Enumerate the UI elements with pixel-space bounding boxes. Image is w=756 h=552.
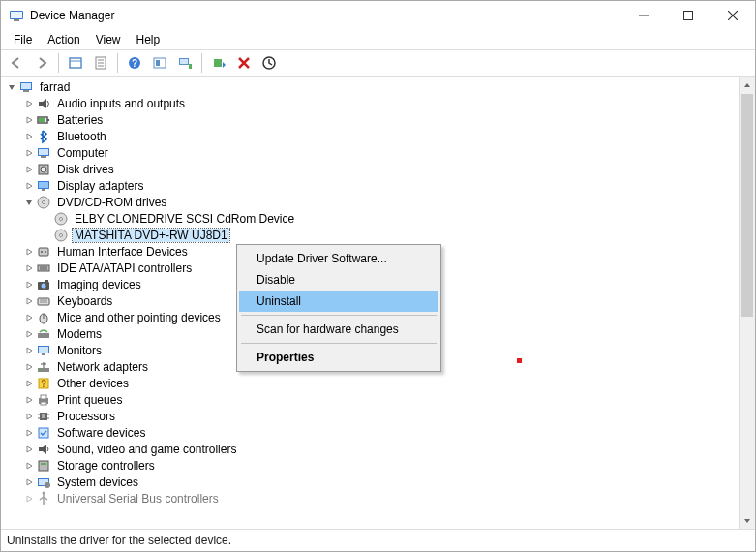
twisty-collapsed[interactable] [22,327,36,341]
tree-category[interactable]: Bluetooth [1,128,739,144]
hid-icon [36,244,51,260]
toolbar: ? [1,49,755,77]
twisty-collapsed[interactable] [22,393,36,407]
twisty-collapsed[interactable] [22,294,36,308]
software-icon [36,425,51,441]
menu-action[interactable]: Action [41,31,86,48]
scan-hardware-button[interactable] [257,51,281,75]
twisty-collapsed[interactable] [22,130,36,143]
minimize-button[interactable] [621,1,666,30]
svg-point-82 [45,482,50,488]
twisty-collapsed[interactable] [22,261,36,275]
twisty-collapsed[interactable] [22,278,36,291]
ctx-disable[interactable]: Disable [239,269,438,291]
twisty-collapsed[interactable] [22,443,36,456]
twisty-collapsed[interactable] [22,179,36,193]
ctx-scan[interactable]: Scan for hardware changes [239,319,438,340]
svg-rect-33 [41,156,46,158]
ctx-uninstall[interactable]: Uninstall [239,291,438,312]
twisty-collapsed[interactable] [22,245,36,259]
devices-computer-button[interactable] [173,51,197,75]
twisty-collapsed[interactable] [22,344,36,357]
tree-device[interactable]: ELBY CLONEDRIVE SCSI CdRom Device [1,210,739,227]
twisty-collapsed[interactable] [22,377,36,390]
twisty-expanded[interactable] [5,80,18,94]
tree-category-label: Keyboards [55,294,114,308]
twisty-collapsed[interactable] [22,360,36,374]
update-driver-button[interactable] [207,51,230,75]
tree-category[interactable]: Sound, video and game controllers [1,441,739,457]
menu-file[interactable]: File [7,31,39,48]
network-icon [36,359,51,375]
toolbar-separator [58,53,59,73]
tree-device-label: MATSHITA DVD+-RW UJ8D1 [73,229,229,242]
scroll-up-button[interactable] [740,77,755,93]
svg-rect-53 [45,280,48,282]
svg-point-64 [40,369,42,371]
dvd-icon [53,211,69,227]
svg-rect-29 [47,119,49,121]
menu-help[interactable]: Help [130,31,167,48]
tree-category-label: Storage controllers [55,459,157,473]
tree-category-label: IDE ATA/ATAPI controllers [55,261,194,275]
tree-category[interactable]: Processors [1,408,739,424]
ctx-separator [241,343,437,344]
show-hidden-button[interactable] [148,51,171,75]
tree-category[interactable]: Display adapters [1,177,739,194]
close-button[interactable] [711,1,755,30]
toolbar-separator [201,53,202,73]
tree-category-label: Network adapters [55,360,150,374]
twisty-collapsed[interactable] [22,163,36,176]
svg-rect-69 [41,402,46,405]
tree-device-label: ELBY CLONEDRIVE SCSI CdRom Device [73,212,296,226]
properties-button[interactable] [89,51,112,75]
twisty-collapsed[interactable] [22,410,36,423]
tree-root-label: farrad [38,80,72,94]
scrollbar[interactable] [739,77,755,529]
twisty-expanded[interactable] [22,196,36,209]
tree-category[interactable]: Storage controllers [1,457,739,474]
tree-category[interactable]: Universal Serial Bus controllers [1,490,739,506]
twisty-collapsed[interactable] [22,113,36,127]
svg-rect-79 [41,463,46,465]
maximize-button[interactable] [666,1,711,30]
tree-category[interactable]: Audio inputs and outputs [1,95,739,111]
svg-rect-25 [21,83,31,89]
twisty-collapsed[interactable] [22,311,36,324]
back-button[interactable] [5,51,28,75]
tree-category-label: Display adapters [55,179,145,193]
ctx-properties[interactable]: Properties [239,347,438,368]
uninstall-button[interactable] [232,51,256,75]
show-console-button[interactable] [64,51,87,75]
tree-category[interactable]: Software devices [1,424,739,441]
cpu-icon [36,409,51,424]
computer-icon [18,79,34,95]
scroll-thumb[interactable] [741,94,753,317]
twisty-collapsed[interactable] [22,475,36,489]
scroll-down-button[interactable] [740,512,755,529]
ctx-update-driver[interactable]: Update Driver Software... [239,248,438,269]
menu-view[interactable]: View [89,31,128,48]
twisty-collapsed[interactable] [22,146,36,160]
svg-rect-27 [39,102,43,106]
bluetooth-icon [36,129,51,144]
tree-category[interactable]: Batteries [1,111,739,128]
tree-category[interactable]: System devices [1,474,739,490]
tree-category[interactable]: Print queues [1,391,739,408]
tree-category[interactable]: ?Other devices [1,375,739,391]
tree-root[interactable]: farrad [1,78,739,95]
tree-category[interactable]: Disk drives [1,161,739,177]
twisty-collapsed[interactable] [22,459,36,473]
svg-rect-45 [39,248,48,256]
twisty-collapsed[interactable] [22,426,36,440]
twisty-collapsed[interactable] [22,97,36,110]
tree-category[interactable]: Computer [1,144,739,161]
dvd-icon [53,228,69,243]
tree-device[interactable]: MATSHITA DVD+-RW UJ8D1 [1,227,739,243]
help-button[interactable]: ? [123,51,146,75]
forward-button[interactable] [30,51,53,75]
svg-rect-48 [38,265,49,271]
twisty-collapsed[interactable] [22,492,36,506]
tree-category[interactable]: DVD/CD-ROM drives [1,194,739,210]
tree-category-label: Print queues [55,393,124,407]
